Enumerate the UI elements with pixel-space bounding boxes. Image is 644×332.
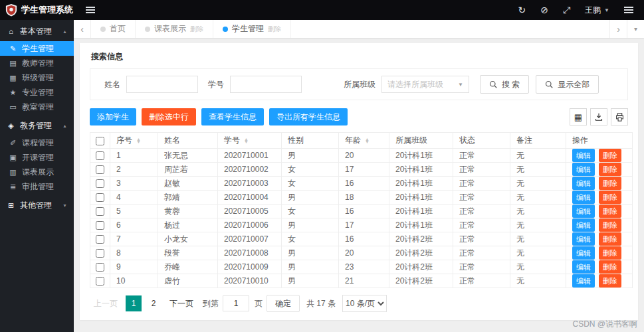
app-logo-area[interactable]: 学生管理系统 (0, 3, 74, 17)
row-checkbox[interactable] (96, 235, 104, 244)
row-checkbox[interactable] (96, 277, 104, 286)
sidebar-item-teachers[interactable]: ▤教师管理 (0, 56, 74, 70)
user-menu[interactable]: 王鹏 ▼ (585, 5, 609, 16)
edit-row-button[interactable]: 编辑 (572, 177, 595, 190)
table-row: 2周芷若2020710002女1720计科1班正常无编辑删除 (90, 163, 633, 177)
row-checkbox[interactable] (96, 151, 104, 160)
delete-row-button[interactable]: 删除 (599, 205, 621, 218)
view-student-button[interactable]: 查看学生信息 (201, 108, 264, 125)
edit-row-button[interactable]: 编辑 (572, 246, 595, 260)
delete-row-button[interactable]: 删除 (599, 260, 621, 274)
add-student-button[interactable]: 添加学生 (90, 108, 136, 125)
edit-row-button[interactable]: 编辑 (572, 218, 595, 232)
row-checkbox[interactable] (96, 193, 104, 202)
cell-age: 17 (339, 218, 389, 232)
main-content: 搜索信息 姓名 学号 所属班级 请选择所属班级 ▼ 搜 索 (74, 38, 644, 332)
table-row: 5黄蓉2020710005女1620计科1班正常无编辑删除 (90, 205, 633, 218)
student-id-input[interactable] (230, 76, 302, 93)
export-download-icon[interactable] (590, 108, 607, 125)
delete-selected-button[interactable]: 删除选中行 (142, 108, 196, 125)
sidebar-item-classes[interactable]: ▦班级管理 (0, 70, 74, 85)
name-input[interactable] (126, 76, 198, 93)
tabs-menu-icon[interactable]: ▾ (627, 20, 644, 38)
delete-row-button[interactable]: 删除 (599, 177, 621, 190)
sidebar-item-course-offering[interactable]: ▣开课管理 (0, 150, 74, 165)
edit-row-button[interactable]: 编辑 (572, 149, 595, 162)
column-header-label: 序号 (116, 135, 132, 145)
delete-row-button[interactable]: 删除 (599, 163, 621, 176)
columns-filter-icon[interactable]: ▦ (570, 108, 587, 125)
sidebar-section[interactable]: ⌂基本管理▲ (0, 22, 74, 41)
edit-row-button[interactable]: 编辑 (572, 163, 595, 176)
row-checkbox[interactable] (96, 221, 104, 230)
edit-row-button[interactable]: 编辑 (572, 274, 595, 288)
edit-row-button[interactable]: 编辑 (572, 191, 595, 204)
delete-row-button[interactable]: 删除 (599, 191, 621, 204)
select-all-checkbox[interactable] (96, 137, 104, 145)
cell-remark: 无 (510, 163, 566, 177)
row-checkbox[interactable] (96, 165, 104, 174)
cell-actions: 编辑删除 (566, 149, 633, 163)
delete-row-button[interactable]: 删除 (599, 232, 621, 246)
cell-age: 16 (339, 177, 389, 191)
sort-icon[interactable]: ▲▼ (136, 138, 141, 143)
page-number-buttons: 12 (126, 295, 165, 311)
tabs-scroll-left-icon[interactable]: ‹ (74, 20, 91, 38)
tab-close-button[interactable]: 删除 (190, 25, 203, 34)
sidebar-toggle-icon[interactable] (86, 9, 95, 11)
sort-icon[interactable]: ▲▼ (365, 138, 370, 143)
sidebar-item-students[interactable]: ✎学生管理 (0, 41, 74, 56)
cell-remark: 无 (510, 246, 566, 260)
settings-list-icon[interactable] (624, 9, 633, 11)
edit-row-button[interactable]: 编辑 (572, 232, 595, 246)
row-checkbox[interactable] (96, 207, 104, 216)
goto-page-input[interactable] (223, 295, 249, 311)
cell-remark: 无 (510, 205, 566, 218)
show-all-button[interactable]: 显示全部 (536, 75, 599, 94)
page-button[interactable]: 2 (146, 295, 161, 311)
sidebar-item-approval[interactable]: ≣审批管理 (0, 179, 74, 194)
next-page-button[interactable]: 下一页 (165, 295, 197, 311)
sidebar-item-classrooms[interactable]: ▭教室管理 (0, 100, 74, 114)
row-checkbox[interactable] (96, 263, 104, 272)
tab[interactable]: 学生管理删除 (213, 20, 291, 38)
cell-seq: 10 (110, 274, 158, 288)
edit-row-button[interactable]: 编辑 (572, 205, 595, 218)
sidebar-item-timetable[interactable]: ▥课表展示 (0, 165, 74, 179)
class-select[interactable]: 请选择所属班级 ▼ (381, 76, 469, 93)
sidebar-item-courses[interactable]: ✐课程管理 (0, 135, 74, 150)
delete-row-button[interactable]: 删除 (599, 149, 621, 162)
row-checkbox-cell (90, 149, 110, 163)
prev-page-button[interactable]: 上一页 (90, 295, 122, 311)
sidebar-section[interactable]: ◈教务管理▲ (0, 116, 74, 135)
search-button[interactable]: 搜 索 (480, 75, 529, 94)
delete-row-button[interactable]: 删除 (599, 246, 621, 260)
row-checkbox[interactable] (96, 249, 104, 258)
tab[interactable]: 首页 (91, 20, 136, 38)
row-checkbox[interactable] (96, 179, 104, 188)
fullscreen-icon[interactable]: ⤢ (563, 5, 570, 15)
page-size-select[interactable]: 10 条/页 (342, 295, 387, 312)
tabs-scroll-right-icon[interactable]: › (609, 20, 627, 38)
column-header: 序号▲▼ (110, 133, 158, 149)
refresh-icon[interactable]: ↻ (518, 5, 526, 15)
tab-close-button[interactable]: 删除 (268, 25, 281, 34)
cell-seq: 7 (110, 232, 158, 246)
tab[interactable]: 课表展示删除 (136, 20, 213, 38)
cell-sid: 2020710005 (218, 205, 282, 218)
cell-class: 20计科1班 (389, 205, 453, 218)
sidebar-section[interactable]: ⊞其他管理▼ (0, 196, 74, 215)
clear-cache-icon[interactable]: ⊘ (540, 5, 548, 15)
goto-confirm-button[interactable]: 确定 (267, 295, 300, 312)
print-icon[interactable] (611, 108, 628, 125)
edit-row-button[interactable]: 编辑 (572, 260, 595, 274)
delete-row-button[interactable]: 删除 (599, 274, 621, 288)
cell-sid: 2020710003 (218, 177, 282, 191)
page-button[interactable]: 1 (126, 295, 142, 311)
student-management-card: 搜索信息 姓名 学号 所属班级 请选择所属班级 ▼ 搜 索 (80, 43, 638, 320)
sort-icon[interactable]: ▲▼ (244, 138, 249, 143)
export-students-button[interactable]: 导出所有学生信息 (269, 108, 348, 125)
sidebar-item-majors[interactable]: ★专业管理 (0, 85, 74, 100)
delete-row-button[interactable]: 删除 (599, 218, 621, 232)
chevron-up-icon: ▲ (62, 29, 67, 34)
